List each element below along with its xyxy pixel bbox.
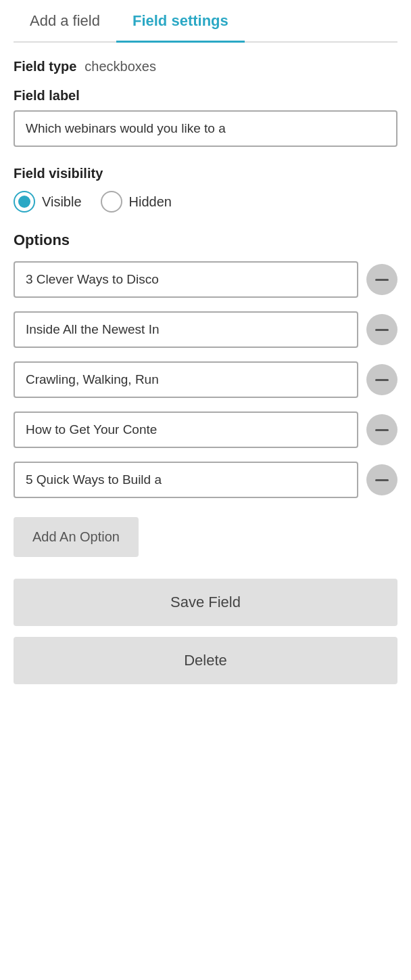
save-field-button[interactable]: Save Field xyxy=(14,579,397,626)
options-section: Options xyxy=(14,231,397,579)
delete-button[interactable]: Delete xyxy=(14,637,397,684)
remove-option-2-button[interactable] xyxy=(366,314,397,345)
remove-option-4-button[interactable] xyxy=(366,414,397,445)
visibility-hidden-option[interactable]: Hidden xyxy=(101,191,172,213)
option-input-4[interactable] xyxy=(14,411,358,448)
field-visibility-label: Field visibility xyxy=(14,166,397,181)
visibility-visible-radio[interactable] xyxy=(14,191,35,213)
option-row-5 xyxy=(14,462,397,498)
option-row-4 xyxy=(14,411,397,448)
field-label-section: Field label xyxy=(14,88,397,147)
tab-field-settings[interactable]: Field settings xyxy=(116,0,245,43)
minus-icon-1 xyxy=(375,279,389,281)
option-input-5[interactable] xyxy=(14,462,358,498)
option-row-1 xyxy=(14,261,397,298)
remove-option-1-button[interactable] xyxy=(366,264,397,295)
field-label-input[interactable] xyxy=(14,110,397,147)
remove-option-5-button[interactable] xyxy=(366,464,397,495)
tabs-bar: Add a field Field settings xyxy=(14,0,397,43)
visibility-radio-group: Visible Hidden xyxy=(14,191,397,213)
visibility-hidden-label: Hidden xyxy=(129,194,172,210)
field-label-heading: Field label xyxy=(14,88,397,104)
option-input-1[interactable] xyxy=(14,261,358,298)
option-input-2[interactable] xyxy=(14,311,358,348)
visibility-hidden-radio[interactable] xyxy=(101,191,122,213)
tab-add-field[interactable]: Add a field xyxy=(14,0,116,43)
visibility-visible-option[interactable]: Visible xyxy=(14,191,82,213)
field-type-label: Field type xyxy=(14,59,76,74)
option-row-2 xyxy=(14,311,397,348)
options-heading: Options xyxy=(14,231,397,249)
option-row-3 xyxy=(14,361,397,398)
add-option-button[interactable]: Add An Option xyxy=(14,517,139,557)
field-type-row: Field type checkboxes xyxy=(14,59,397,74)
field-type-value: checkboxes xyxy=(84,59,156,74)
visibility-visible-label: Visible xyxy=(42,194,82,210)
remove-option-3-button[interactable] xyxy=(366,364,397,395)
minus-icon-5 xyxy=(375,479,389,481)
field-visibility-section: Field visibility Visible Hidden xyxy=(14,166,397,213)
option-input-3[interactable] xyxy=(14,361,358,398)
minus-icon-3 xyxy=(375,379,389,381)
minus-icon-2 xyxy=(375,329,389,331)
minus-icon-4 xyxy=(375,429,389,431)
